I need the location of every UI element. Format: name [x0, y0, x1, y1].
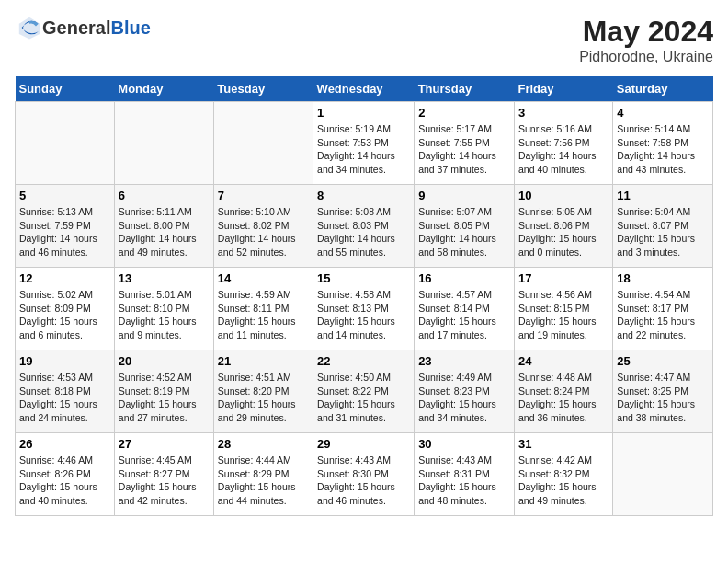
week-row-4: 19Sunrise: 4:53 AM Sunset: 8:18 PM Dayli…	[16, 350, 713, 433]
day-number: 12	[19, 271, 110, 285]
day-number: 29	[317, 437, 410, 451]
location: Pidhorodne, Ukraine	[579, 49, 713, 65]
calendar-cell	[613, 433, 713, 516]
calendar-cell: 22Sunrise: 4:50 AM Sunset: 8:22 PM Dayli…	[313, 350, 415, 433]
title-block: May 2024 Pidhorodne, Ukraine	[579, 15, 713, 65]
day-number: 7	[218, 189, 309, 202]
day-number: 28	[218, 437, 309, 451]
day-info: Sunrise: 5:08 AM Sunset: 8:03 PM Dayligh…	[317, 205, 410, 259]
day-info: Sunrise: 5:01 AM Sunset: 8:10 PM Dayligh…	[119, 288, 210, 342]
calendar-cell: 18Sunrise: 4:54 AM Sunset: 8:17 PM Dayli…	[613, 268, 713, 350]
calendar-cell: 4Sunrise: 5:14 AM Sunset: 7:58 PM Daylig…	[613, 102, 713, 185]
day-info: Sunrise: 5:16 AM Sunset: 7:56 PM Dayligh…	[518, 122, 609, 177]
month-year: May 2024	[579, 15, 713, 49]
calendar-table: SundayMondayTuesdayWednesdayThursdayFrid…	[15, 76, 713, 516]
day-number: 21	[218, 354, 309, 368]
day-number: 30	[418, 437, 510, 451]
calendar-cell: 20Sunrise: 4:52 AM Sunset: 8:19 PM Dayli…	[114, 350, 213, 433]
day-number: 3	[518, 106, 609, 120]
day-info: Sunrise: 5:14 AM Sunset: 7:58 PM Dayligh…	[617, 122, 709, 177]
page-header: GeneralBlue May 2024 Pidhorodne, Ukraine	[15, 15, 713, 65]
day-number: 23	[418, 354, 510, 368]
calendar-cell: 26Sunrise: 4:46 AM Sunset: 8:26 PM Dayli…	[16, 433, 115, 516]
day-info: Sunrise: 4:43 AM Sunset: 8:31 PM Dayligh…	[418, 454, 510, 508]
weekday-friday: Friday	[514, 76, 612, 102]
calendar-cell: 27Sunrise: 4:45 AM Sunset: 8:27 PM Dayli…	[114, 433, 213, 516]
day-info: Sunrise: 4:44 AM Sunset: 8:29 PM Dayligh…	[218, 454, 309, 508]
day-number: 4	[617, 106, 709, 120]
day-info: Sunrise: 4:54 AM Sunset: 8:17 PM Dayligh…	[617, 288, 709, 342]
calendar-cell: 15Sunrise: 4:58 AM Sunset: 8:13 PM Dayli…	[313, 268, 415, 350]
calendar-cell: 16Sunrise: 4:57 AM Sunset: 8:14 PM Dayli…	[415, 268, 515, 350]
day-info: Sunrise: 4:52 AM Sunset: 8:19 PM Dayligh…	[119, 371, 210, 425]
day-number: 20	[119, 354, 210, 368]
day-info: Sunrise: 5:11 AM Sunset: 8:00 PM Dayligh…	[119, 205, 210, 259]
day-info: Sunrise: 4:48 AM Sunset: 8:24 PM Dayligh…	[518, 371, 609, 425]
logo: GeneralBlue	[15, 15, 151, 40]
calendar-cell: 29Sunrise: 4:43 AM Sunset: 8:30 PM Dayli…	[313, 433, 415, 516]
calendar-cell: 25Sunrise: 4:47 AM Sunset: 8:25 PM Dayli…	[613, 350, 713, 433]
day-number: 9	[418, 189, 510, 202]
calendar-cell: 31Sunrise: 4:42 AM Sunset: 8:32 PM Dayli…	[514, 433, 612, 516]
day-info: Sunrise: 5:05 AM Sunset: 8:06 PM Dayligh…	[518, 205, 609, 259]
calendar-cell: 12Sunrise: 5:02 AM Sunset: 8:09 PM Dayli…	[16, 268, 115, 350]
calendar-cell: 6Sunrise: 5:11 AM Sunset: 8:00 PM Daylig…	[114, 185, 213, 268]
weekday-sunday: Sunday	[16, 76, 115, 102]
weekday-thursday: Thursday	[415, 76, 515, 102]
calendar-cell: 30Sunrise: 4:43 AM Sunset: 8:31 PM Dayli…	[415, 433, 515, 516]
week-row-5: 26Sunrise: 4:46 AM Sunset: 8:26 PM Dayli…	[16, 433, 713, 516]
day-info: Sunrise: 5:10 AM Sunset: 8:02 PM Dayligh…	[218, 205, 309, 259]
calendar-cell: 24Sunrise: 4:48 AM Sunset: 8:24 PM Dayli…	[514, 350, 612, 433]
calendar-cell: 13Sunrise: 5:01 AM Sunset: 8:10 PM Dayli…	[114, 268, 213, 350]
calendar-cell: 10Sunrise: 5:05 AM Sunset: 8:06 PM Dayli…	[514, 185, 612, 268]
weekday-saturday: Saturday	[613, 76, 713, 102]
calendar-cell: 11Sunrise: 5:04 AM Sunset: 8:07 PM Dayli…	[613, 185, 713, 268]
day-number: 15	[317, 271, 410, 285]
calendar-cell: 19Sunrise: 4:53 AM Sunset: 8:18 PM Dayli…	[16, 350, 115, 433]
calendar-cell: 3Sunrise: 5:16 AM Sunset: 7:56 PM Daylig…	[514, 102, 612, 185]
calendar-cell: 5Sunrise: 5:13 AM Sunset: 7:59 PM Daylig…	[16, 185, 115, 268]
weekday-tuesday: Tuesday	[213, 76, 313, 102]
day-number: 13	[119, 271, 210, 285]
day-number: 11	[617, 189, 709, 202]
day-info: Sunrise: 4:53 AM Sunset: 8:18 PM Dayligh…	[19, 371, 110, 425]
calendar-cell: 21Sunrise: 4:51 AM Sunset: 8:20 PM Dayli…	[213, 350, 313, 433]
calendar-cell: 2Sunrise: 5:17 AM Sunset: 7:55 PM Daylig…	[415, 102, 515, 185]
calendar-header: SundayMondayTuesdayWednesdayThursdayFrid…	[16, 76, 713, 102]
weekday-header-row: SundayMondayTuesdayWednesdayThursdayFrid…	[16, 76, 713, 102]
day-info: Sunrise: 5:13 AM Sunset: 7:59 PM Dayligh…	[19, 205, 110, 259]
calendar-body: 1Sunrise: 5:19 AM Sunset: 7:53 PM Daylig…	[16, 102, 713, 516]
day-number: 14	[218, 271, 309, 285]
day-info: Sunrise: 4:49 AM Sunset: 8:23 PM Dayligh…	[418, 371, 510, 425]
day-number: 10	[518, 189, 609, 202]
svg-marker-0	[19, 17, 40, 40]
day-number: 6	[119, 189, 210, 202]
day-info: Sunrise: 4:50 AM Sunset: 8:22 PM Dayligh…	[317, 371, 410, 425]
day-info: Sunrise: 4:56 AM Sunset: 8:15 PM Dayligh…	[518, 288, 609, 342]
calendar-cell	[16, 102, 115, 185]
day-number: 31	[518, 437, 609, 451]
week-row-3: 12Sunrise: 5:02 AM Sunset: 8:09 PM Dayli…	[16, 268, 713, 350]
logo-text-blue: Blue	[110, 17, 150, 38]
calendar-cell: 1Sunrise: 5:19 AM Sunset: 7:53 PM Daylig…	[313, 102, 415, 185]
calendar-cell: 28Sunrise: 4:44 AM Sunset: 8:29 PM Dayli…	[213, 433, 313, 516]
day-info: Sunrise: 4:47 AM Sunset: 8:25 PM Dayligh…	[617, 371, 709, 425]
day-number: 24	[518, 354, 609, 368]
calendar-cell: 23Sunrise: 4:49 AM Sunset: 8:23 PM Dayli…	[415, 350, 515, 433]
day-number: 2	[418, 106, 510, 120]
calendar-cell	[213, 102, 313, 185]
calendar-cell: 17Sunrise: 4:56 AM Sunset: 8:15 PM Dayli…	[514, 268, 612, 350]
day-info: Sunrise: 5:04 AM Sunset: 8:07 PM Dayligh…	[617, 205, 709, 259]
calendar-cell: 14Sunrise: 4:59 AM Sunset: 8:11 PM Dayli…	[213, 268, 313, 350]
day-info: Sunrise: 5:07 AM Sunset: 8:05 PM Dayligh…	[418, 205, 510, 259]
week-row-2: 5Sunrise: 5:13 AM Sunset: 7:59 PM Daylig…	[16, 185, 713, 268]
day-info: Sunrise: 4:42 AM Sunset: 8:32 PM Dayligh…	[518, 454, 609, 508]
day-number: 16	[418, 271, 510, 285]
day-info: Sunrise: 5:19 AM Sunset: 7:53 PM Dayligh…	[317, 122, 410, 177]
calendar-cell: 8Sunrise: 5:08 AM Sunset: 8:03 PM Daylig…	[313, 185, 415, 268]
weekday-monday: Monday	[114, 76, 213, 102]
day-number: 27	[119, 437, 210, 451]
calendar-cell	[114, 102, 213, 185]
day-info: Sunrise: 4:43 AM Sunset: 8:30 PM Dayligh…	[317, 454, 410, 508]
logo-icon	[17, 15, 42, 40]
